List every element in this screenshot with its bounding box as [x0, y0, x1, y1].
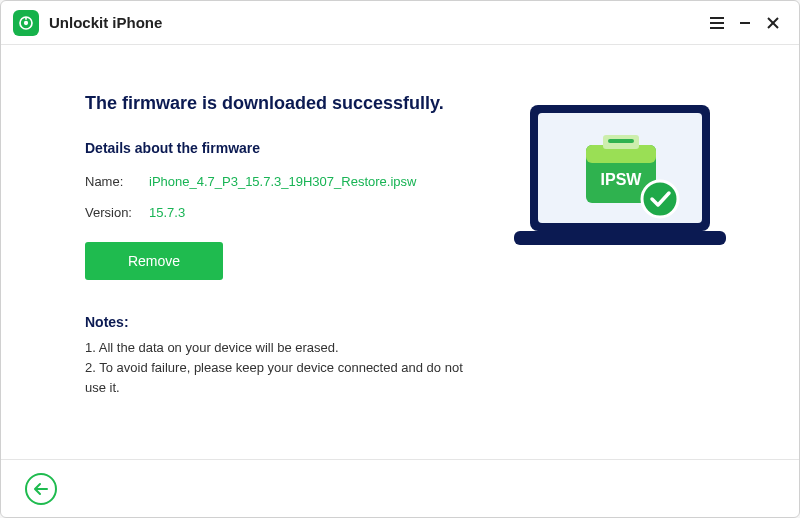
remove-button[interactable]: Remove [85, 242, 223, 280]
app-logo-icon [13, 10, 39, 36]
details-heading: Details about the firmware [85, 140, 465, 156]
back-button[interactable] [25, 473, 57, 505]
version-value: 15.7.3 [149, 205, 185, 220]
menu-button[interactable] [703, 9, 731, 37]
svg-point-15 [642, 181, 678, 217]
minimize-button[interactable] [731, 9, 759, 37]
svg-point-1 [24, 20, 28, 24]
firmware-name-row: Name: iPhone_4.7_P3_15.7.3_19H307_Restor… [85, 174, 465, 189]
name-label: Name: [85, 174, 149, 189]
app-window: Unlockit iPhone The firmware is download… [0, 0, 800, 518]
arrow-left-icon [33, 482, 49, 496]
right-panel: IPSW [495, 93, 745, 449]
svg-rect-10 [514, 231, 726, 245]
version-label: Version: [85, 205, 149, 220]
name-value: iPhone_4.7_P3_15.7.3_19H307_Restore.ipsw [149, 174, 416, 189]
notes-heading: Notes: [85, 314, 465, 330]
note-2: 2. To avoid failure, please keep your de… [85, 358, 465, 398]
titlebar: Unlockit iPhone [1, 1, 799, 45]
svg-rect-14 [608, 139, 634, 143]
note-1: 1. All the data on your device will be e… [85, 338, 465, 358]
firmware-version-row: Version: 15.7.3 [85, 205, 465, 220]
app-title: Unlockit iPhone [49, 14, 162, 31]
footer [1, 459, 799, 517]
ipsw-badge-text: IPSW [600, 171, 642, 188]
headline: The firmware is downloaded successfully. [85, 93, 465, 114]
close-button[interactable] [759, 9, 787, 37]
content-area: The firmware is downloaded successfully.… [1, 45, 799, 459]
left-panel: The firmware is downloaded successfully.… [85, 93, 465, 449]
laptop-ipsw-icon: IPSW [508, 99, 733, 269]
